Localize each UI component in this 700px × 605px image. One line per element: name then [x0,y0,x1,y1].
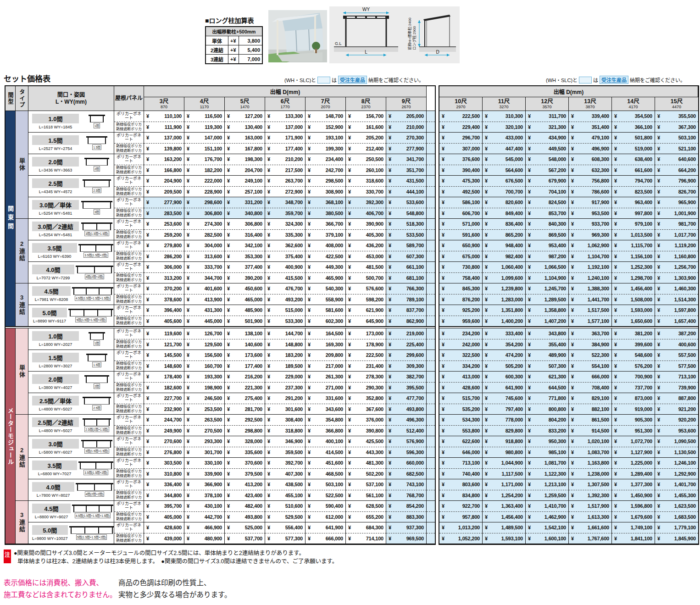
spacer-cell [427,501,435,512]
type-band: 2連結 [16,219,28,283]
price-cell: ¥379,100 [306,230,346,241]
price-cell: ¥395,700 [144,501,184,512]
price-cell: ¥110,100 [144,111,184,122]
notice-pre: (WH・SLC)と [546,76,578,83]
spacer-cell [427,273,435,284]
roof-panel-poly: ポリカーボネート [114,262,144,273]
price-cell: ¥937,300 [386,522,427,533]
color-swatch-box [317,77,330,83]
size-label: 2.0間 [32,157,79,167]
price-cell: ¥379,500 [225,469,265,480]
price-cell: ¥133,300 [265,111,306,122]
price-cell: ¥1,252,300 [612,262,655,273]
size-figure: 2間 [82,158,112,172]
price-cell: ¥270,300 [386,133,427,144]
addon-header: 出幅移動柱+500mm [206,27,262,36]
price-cell: ¥227,700 [144,393,184,404]
price-cell: ¥739,900 [655,383,698,394]
price-cell: ¥622,600 [439,436,483,447]
spacer-cell [427,165,435,176]
price-cell: ¥598,200 [346,294,386,305]
roof-panel-netsu: 熱線吸収ポリカ熱線遮断ポリカ [114,144,144,155]
price-cell: ¥525,000 [225,522,265,533]
lwy-label: L=6163 WY=6390 [38,254,72,259]
price-cell: ¥270,500 [184,426,225,437]
spacer-header [427,86,435,111]
price-cell: ¥173,600 [225,350,265,361]
price-cell: ¥1,661,600 [569,522,612,533]
price-cell: ¥959,600 [439,316,483,327]
col-header-shaku: 14尺4170 [612,97,655,111]
price-cell: ¥917,900 [569,197,612,208]
price-cell: ¥797,400 [483,404,526,415]
price-cell: ¥756,800 [569,176,612,187]
roof-panel-netsu: 熱線吸収ポリカ熱線遮断ポリカ [114,383,144,394]
price-cell: ¥212,400 [346,144,386,155]
roof-panel-netsu: 熱線吸収ポリカ熱線遮断ポリカ [114,230,144,241]
size-block-label: 4.0間L=7800 WY=80274間(2間+2間) [28,479,114,501]
size-label: 3.0間／2連結 [32,222,79,231]
price-cell: ¥354,200 [483,339,526,350]
price-cell: ¥861,500 [569,415,612,426]
size-block-label: 3.5間L=6163 WY=63903.5間(1.5間+2間) [28,240,114,262]
price-cell: ¥558,900 [306,294,346,305]
price-cell: ¥413,200 [225,479,265,490]
price-cell: ¥556,400 [265,522,306,533]
price-cell: ¥1,044,900 [483,458,526,469]
price-cell: ¥607,300 [386,251,427,262]
price-cell: ¥354,500 [612,111,655,122]
spacer-cell [427,294,435,305]
spacer-cell [427,426,435,437]
price-cell: ¥997,800 [612,208,655,219]
roof-panel-netsu: 熱線吸収ポリカ熱線遮断ポリカ [114,165,144,176]
price-cell: ¥257,100 [225,187,265,198]
price-cell: ¥156,700 [346,111,386,122]
price-cell: ¥171,900 [265,133,306,144]
price-cell: ¥826,700 [655,187,698,198]
price-cell: ¥1,508,000 [612,294,655,305]
spacer-cell [427,208,435,219]
roof-panel-netsu: 熱線吸収ポリカ熱線遮断ポリカ [114,316,144,327]
price-cell: ¥209,800 [306,350,346,361]
price-cell: ¥450,600 [225,283,265,294]
price-cell: ¥1,239,800 [483,283,526,294]
price-cell: ¥244,700 [144,415,184,426]
price-cell: ¥282,500 [184,230,225,241]
roof-panel-poly: ポリカーボネート [114,240,144,251]
price-cell: ¥246,500 [184,393,225,404]
price-cell: ¥182,600 [144,383,184,394]
price-cell: ¥493,800 [225,512,265,523]
size-block-label: 2.0間L=3436 WY=36632間 [28,154,114,176]
price-cell: ¥608,300 [569,154,612,165]
diagram-d-label: D [436,50,439,55]
price-cell: ¥301,600 [265,404,306,415]
size-figure: 3間(1.5間+1.5間) [82,440,112,454]
price-cell: ¥479,100 [569,133,612,144]
price-cell: ¥1,115,700 [612,240,655,251]
lwy-label: L=7072 WY=7299 [37,276,70,280]
price-cell: ¥853,700 [526,208,569,219]
price-cell: ¥293,300 [184,436,225,447]
col-header-shaku: 12尺3570 [526,97,569,111]
type-band: 単体 [16,328,28,415]
price-cell: ¥740,400 [439,469,483,480]
price-cell: ¥1,514,300 [655,294,698,305]
diagram-l-label: L [365,50,367,55]
price-cell: ¥676,500 [483,176,526,187]
price-cell: ¥430,100 [184,501,225,512]
price-cell: ¥646,000 [439,447,483,458]
price-cell: ¥824,500 [526,197,569,208]
price-cell: ¥126,700 [184,328,225,339]
price-cell: ¥219,000 [386,328,427,339]
price-cell: ¥428,600 [144,522,184,533]
spacer-cell [427,404,435,415]
color-disclaimer-line-1: 商品の色調は印刷の性質上、 [118,577,231,589]
price-cell: ¥1,600,100 [526,533,569,544]
figure-caption: 3.5間(1.5間+2間) [83,252,108,258]
roof-panel-netsu: 熱線吸収ポリカ熱線遮断ポリカ [114,251,144,262]
size-label: 4.0間 [32,482,74,492]
price-cell: ¥1,767,600 [569,533,612,544]
price-cell: ¥1,462,900 [526,512,569,523]
price-cell: ¥1,066,500 [526,262,569,273]
lwy-label: L=7800 WY=8027 [37,493,70,498]
